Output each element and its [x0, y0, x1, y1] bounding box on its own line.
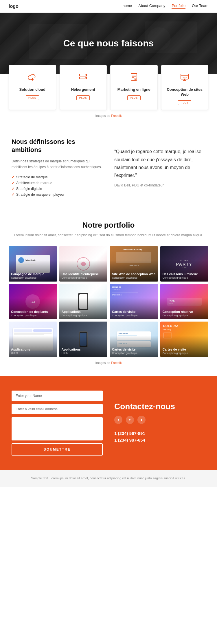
portfolio-info-2: Une identité d'entreprise Conception gra…: [59, 270, 108, 282]
portfolio-thumb-6: Applications Conception graphique: [59, 284, 108, 319]
nav-home[interactable]: home: [123, 3, 132, 9]
portfolio-item-1[interactable]: John Smith Campagne de marque Conception…: [9, 246, 57, 282]
portfolio-info-8: Conception réactive Conception graphique: [160, 308, 209, 319]
contact-submit-button[interactable]: SOUMETTRE: [12, 443, 103, 456]
service-web-title: Conception de sites Web: [165, 87, 204, 97]
portfolio-name-5: Conception de dépliants: [11, 310, 55, 314]
portfolio-info-12: Cartes de visite Conception graphique: [160, 345, 209, 357]
portfolio-thumb-2: Une identité d'entreprise Conception gra…: [59, 246, 108, 282]
marketing-icon: $: [115, 72, 153, 84]
portfolio-item-5[interactable]: Ux Conception de dépliants Conception gr…: [9, 284, 57, 319]
quote-author: David Bell, PDG et co-fondateur: [114, 183, 205, 187]
cloud-icon: [13, 72, 52, 84]
contact-message-input[interactable]: [12, 417, 103, 440]
portfolio-subtitle: Lorem ipsum dolor sit amet, consectetur …: [9, 233, 208, 238]
twitter-icon[interactable]: t: [126, 416, 134, 424]
list-item: Stratégie de marque employeur: [12, 192, 103, 197]
list-item: Stratégie de marque: [12, 174, 103, 180]
contact-name-input[interactable]: [12, 391, 103, 401]
service-marketing-plus[interactable]: PLUS: [127, 95, 141, 100]
portfolio-name-2: Une identité d'entreprise: [62, 272, 105, 276]
portfolio-item-4[interactable]: NIGHT PARTY MAR Des caissons lumineux Co…: [160, 246, 209, 282]
portfolio-info-3: Site Web de conception Web Conception gr…: [110, 270, 158, 282]
service-hosting-title: Hébergement: [64, 87, 103, 92]
contact-right: Contactez-nous f t i 1 (234) 567-891 1 (…: [114, 391, 205, 456]
about-desc: Définir des stratégies de marque et numé…: [12, 158, 103, 170]
portfolio-cat-7: Conception graphique: [112, 314, 156, 317]
service-cloud: Solution cloud PLUS: [9, 65, 56, 110]
portfolio-cat-6: Conception graphique: [62, 314, 105, 317]
portfolio-item-2[interactable]: Une identité d'entreprise Conception gra…: [59, 246, 108, 282]
list-item: Stratégie digitale: [12, 186, 103, 192]
freepik-link[interactable]: Freepik: [111, 114, 122, 117]
portfolio-name-9: Applications: [11, 348, 55, 351]
portfolio-thumb-3: Get Free SEO Analy... Get in Touch Site …: [110, 246, 158, 282]
portfolio-info-1: Campagne de marque Conception graphique: [9, 270, 57, 282]
portfolio-cat-2: Conception graphique: [62, 276, 105, 279]
portfolio-item-7[interactable]: JOHN DOE DESIGNER DAE COLORS Cartes de v…: [110, 284, 158, 319]
portfolio-item-12[interactable]: COLORS! branding Cartes de visite Concep…: [160, 322, 209, 357]
portfolio-item-10[interactable]: Applications UI/UX: [59, 322, 108, 357]
portfolio-info-5: Conception de dépliants Conception graph…: [9, 308, 57, 319]
portfolio-cat-3: Conception graphique: [112, 276, 156, 279]
portfolio-cat-8: Conception graphique: [163, 314, 206, 317]
portfolio-name-7: Cartes de visite: [112, 310, 156, 314]
portfolio-cat-10: UI/UX: [62, 352, 105, 355]
services-credit: Images de Freepik: [9, 114, 208, 117]
service-marketing-title: Marketing en ligne: [115, 87, 153, 92]
contact-section: SOUMETTRE Contactez-nous f t i 1 (234) 5…: [0, 376, 217, 470]
portfolio-item-9[interactable]: Applications UI/UX: [9, 322, 57, 357]
portfolio-info-10: Applications UI/UX: [59, 345, 108, 357]
hosting-icon: [64, 72, 103, 84]
services-grid: Solution cloud PLUS Hébergement PLUS: [9, 65, 208, 110]
portfolio-cat-4: Conception graphique: [163, 276, 206, 279]
portfolio-cat-9: UI/UX: [11, 352, 55, 355]
footer: Sample text. Lorem ipsum dolor sit amet,…: [0, 470, 217, 487]
service-cloud-plus[interactable]: PLUS: [26, 95, 39, 100]
portfolio-cat-1: Conception graphique: [11, 276, 55, 279]
services-section: Solution cloud PLUS Hébergement PLUS: [0, 65, 217, 123]
nav-links: home About Company Portfolio Our Team: [123, 3, 208, 9]
quote-text: "Quand je regarde cette marque, je réali…: [114, 148, 205, 179]
contact-form: SOUMETTRE: [12, 391, 103, 456]
portfolio-thumb-8: FAKE brand Conception réactive Conceptio…: [160, 284, 209, 319]
portfolio-name-11: Cartes de visite: [112, 348, 156, 351]
svg-text:</>: </>: [183, 77, 187, 79]
portfolio-name-3: Site Web de conception Web: [112, 272, 156, 276]
portfolio-credit: Images de Freepik: [9, 361, 208, 364]
navbar: logo home About Company Portfolio Our Te…: [0, 0, 217, 13]
nav-portfolio[interactable]: Portfolio: [172, 3, 185, 9]
web-icon: </>: [165, 72, 204, 84]
instagram-icon[interactable]: i: [137, 416, 146, 424]
portfolio-name-12: Cartes de visite: [163, 348, 206, 351]
portfolio-name-10: Applications: [62, 348, 105, 351]
service-web-plus[interactable]: PLUS: [178, 100, 191, 105]
svg-point-9: [85, 77, 86, 78]
hero-title: Ce que nous faisons: [63, 38, 154, 49]
portfolio-item-8[interactable]: FAKE brand Conception réactive Conceptio…: [160, 284, 209, 319]
contact-email-input[interactable]: [12, 404, 103, 414]
portfolio-section: Notre portfolio Lorem ipsum dolor sit am…: [0, 209, 217, 370]
portfolio-thumb-9: Applications UI/UX: [9, 322, 57, 357]
portfolio-item-6[interactable]: Applications Conception graphique: [59, 284, 108, 319]
nav-team[interactable]: Our Team: [192, 3, 208, 9]
footer-text: Sample text. Lorem ipsum dolor sit amet,…: [12, 476, 205, 481]
nav-about[interactable]: About Company: [138, 3, 165, 9]
social-icons: f t i: [114, 416, 205, 424]
service-cloud-title: Solution cloud: [13, 87, 52, 92]
portfolio-info-4: Des caissons lumineux Conception graphiq…: [160, 270, 209, 282]
facebook-icon[interactable]: f: [114, 416, 122, 424]
logo: logo: [9, 4, 19, 9]
portfolio-freepik-link[interactable]: Freepik: [111, 361, 122, 364]
contact-title: Contactez-nous: [114, 402, 205, 411]
service-hosting-plus[interactable]: PLUS: [76, 95, 90, 100]
portfolio-name-4: Des caissons lumineux: [163, 272, 206, 276]
portfolio-item-3[interactable]: Get Free SEO Analy... Get in Touch Site …: [110, 246, 158, 282]
portfolio-item-11[interactable]: Josie Meyer Josie Marie Cartes de visite…: [110, 322, 158, 357]
portfolio-title: Notre portfolio: [9, 221, 208, 230]
portfolio-thumb-5: Ux Conception de dépliants Conception gr…: [9, 284, 57, 319]
portfolio-info-11: Cartes de visite Conception graphique: [110, 345, 158, 357]
service-marketing: $ Marketing en ligne PLUS: [110, 65, 158, 110]
portfolio-thumb-1: John Smith Campagne de marque Conception…: [9, 246, 57, 282]
portfolio-name-6: Applications: [62, 310, 105, 314]
